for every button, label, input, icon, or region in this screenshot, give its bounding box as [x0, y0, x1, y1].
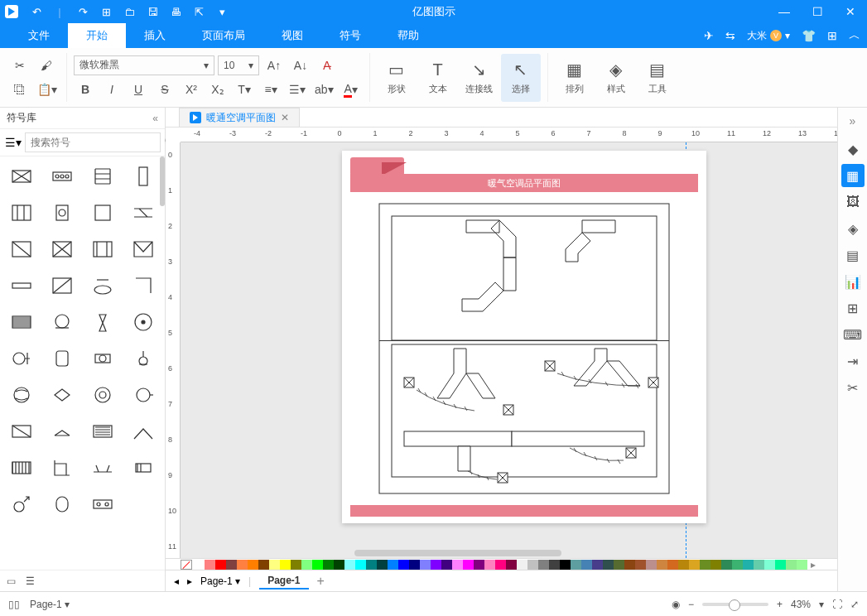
symbol-shape[interactable]	[44, 233, 81, 266]
symbol-shape[interactable]	[124, 233, 161, 266]
color-swatch[interactable]	[571, 560, 581, 570]
color-swatch[interactable]	[258, 560, 269, 570]
tools-button[interactable]: ▤工具	[638, 54, 677, 102]
symbol-shape[interactable]	[84, 415, 122, 448]
symbol-shape[interactable]	[124, 306, 161, 339]
color-swatch[interactable]	[646, 560, 657, 570]
color-swatch[interactable]	[420, 560, 431, 570]
color-swatch[interactable]	[248, 560, 258, 570]
color-swatch[interactable]	[441, 560, 452, 570]
select-button[interactable]: ↖选择	[501, 54, 541, 102]
page-select[interactable]: Page-1 ▾	[30, 599, 70, 610]
library-picker-icon[interactable]: ☰▾	[5, 136, 22, 149]
collapse-ribbon-icon[interactable]: ︿	[849, 28, 860, 43]
symbol-shape[interactable]	[44, 488, 81, 521]
color-swatch[interactable]	[581, 560, 592, 570]
symbol-shape[interactable]	[3, 196, 41, 229]
color-swatch[interactable]	[624, 560, 635, 570]
symbol-shape[interactable]	[124, 342, 161, 375]
menu-view[interactable]: 视图	[263, 23, 321, 48]
color-swatch[interactable]	[732, 560, 743, 570]
symbol-shape[interactable]	[84, 306, 122, 339]
symbol-shape[interactable]	[44, 160, 81, 193]
symbol-shape[interactable]	[44, 306, 81, 339]
symbol-shape[interactable]	[3, 160, 41, 193]
connector-button[interactable]: ↘连接线	[460, 54, 499, 102]
menu-file[interactable]: 文件	[10, 23, 68, 48]
color-swatch[interactable]	[323, 560, 334, 570]
line-spacing-icon[interactable]: ≡▾	[259, 79, 282, 100]
color-swatch[interactable]	[312, 560, 323, 570]
font-name-combo[interactable]: 微软雅黑▾	[74, 55, 214, 75]
strike-icon[interactable]: S	[153, 79, 176, 100]
color-swatch[interactable]	[560, 560, 571, 570]
cut-icon[interactable]: ✂	[8, 55, 31, 76]
export-icon[interactable]: ⇱	[190, 3, 207, 20]
properties-panel-icon[interactable]: ▦	[841, 164, 865, 187]
new-icon[interactable]: ⊞	[98, 3, 114, 20]
search-input[interactable]	[25, 132, 161, 152]
share-icon[interactable]: ⇆	[725, 29, 735, 42]
font-grow-icon[interactable]: A↑	[263, 55, 286, 76]
zoom-out-icon[interactable]: −	[688, 599, 694, 610]
close-tab-icon[interactable]: ✕	[281, 112, 289, 123]
color-swatch[interactable]	[226, 560, 237, 570]
color-swatch[interactable]	[334, 560, 344, 570]
zoom-percent[interactable]: 43%	[791, 599, 811, 610]
color-swatch[interactable]	[517, 560, 527, 570]
color-swatch[interactable]	[667, 560, 678, 570]
symbol-shape[interactable]	[3, 488, 41, 521]
color-swatch[interactable]	[215, 560, 226, 570]
presentation-icon[interactable]: ◉	[672, 599, 680, 610]
symbol-shape[interactable]	[44, 196, 81, 229]
case-icon[interactable]: T▾	[233, 79, 256, 100]
zoom-slider[interactable]	[702, 603, 768, 606]
no-fill-swatch[interactable]	[181, 560, 192, 570]
arrange-button[interactable]: ▦排列	[555, 54, 595, 102]
color-swatch[interactable]	[710, 560, 721, 570]
color-swatch[interactable]	[689, 560, 700, 570]
color-swatch[interactable]	[700, 560, 710, 570]
document-tab[interactable]: 暖通空调平面图 ✕	[179, 108, 300, 127]
color-swatch[interactable]	[657, 560, 667, 570]
color-swatch[interactable]	[388, 560, 398, 570]
menu-home[interactable]: 开始	[68, 23, 126, 48]
symbol-shape[interactable]	[44, 378, 81, 411]
color-swatch[interactable]	[635, 560, 646, 570]
redo-icon[interactable]: ↷	[75, 3, 91, 20]
color-swatch[interactable]	[291, 560, 301, 570]
layers-panel-icon[interactable]: ◈	[841, 217, 865, 240]
chart-panel-icon[interactable]: 📊	[841, 270, 865, 293]
color-swatch[interactable]	[603, 560, 614, 570]
color-swatch[interactable]	[474, 560, 484, 570]
color-swatch[interactable]	[344, 560, 355, 570]
position-panel-icon[interactable]: ⇥	[841, 349, 865, 373]
symbol-shape[interactable]	[124, 160, 161, 193]
style-button[interactable]: ◈样式	[596, 54, 636, 102]
color-swatch[interactable]	[205, 560, 215, 570]
color-swatch[interactable]	[592, 560, 603, 570]
undo-icon[interactable]: ↶	[28, 3, 45, 20]
save-icon[interactable]: 🖫	[144, 3, 161, 20]
h-scrollbar[interactable]	[354, 550, 561, 556]
menu-insert[interactable]: 插入	[126, 23, 184, 48]
image-panel-icon[interactable]: 🖼	[841, 190, 865, 214]
symbol-shape[interactable]	[84, 269, 122, 302]
theme-panel-icon[interactable]: ◆	[841, 137, 865, 161]
page-tab[interactable]: Page-1	[259, 573, 308, 590]
color-swatch[interactable]	[377, 560, 388, 570]
color-swatch[interactable]	[764, 560, 775, 570]
canvas[interactable]: 暖气空调品平面图	[181, 142, 837, 558]
color-swatch[interactable]	[721, 560, 732, 570]
color-swatch[interactable]	[754, 560, 764, 570]
color-swatch[interactable]	[786, 560, 797, 570]
font-shrink-icon[interactable]: A↓	[289, 55, 312, 76]
highlight-icon[interactable]: ab▾	[312, 79, 336, 100]
fullscreen-icon[interactable]: ⤢	[850, 599, 859, 610]
color-swatch[interactable]	[495, 560, 506, 570]
color-swatch[interactable]	[409, 560, 420, 570]
color-swatch[interactable]	[366, 560, 377, 570]
text-button[interactable]: T文本	[418, 54, 458, 102]
add-page-icon[interactable]: +	[317, 574, 325, 589]
page-nav-next-icon[interactable]: ▸	[187, 575, 192, 587]
